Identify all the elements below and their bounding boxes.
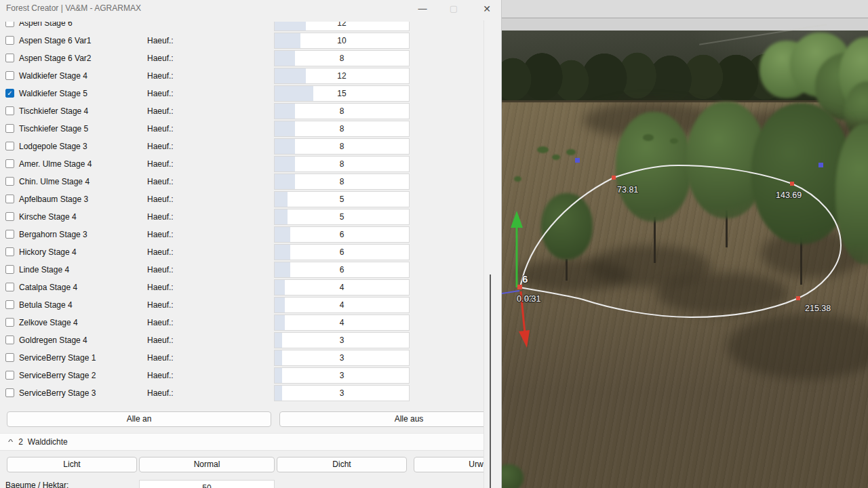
haeuf-value: 5: [275, 192, 409, 207]
trees-per-hectare-input[interactable]: 50: [139, 480, 275, 488]
species-checkbox[interactable]: [5, 36, 14, 45]
species-label: Lodgepole Stage 3: [19, 138, 87, 155]
species-checkbox[interactable]: [5, 300, 14, 309]
haeuf-label: Haeuf.:: [147, 138, 174, 155]
title-bar[interactable]: Forest Creator | VA&M - AGRARMAX — ▢ ✕: [0, 0, 501, 22]
species-checkbox[interactable]: [5, 318, 14, 327]
haeuf-value: 8: [275, 121, 409, 136]
species-checkbox[interactable]: [5, 265, 14, 274]
selection-circle[interactable]: [520, 165, 841, 317]
haeuf-input[interactable]: 15: [274, 85, 410, 102]
haeuf-value: 3: [275, 386, 409, 401]
minimize-button[interactable]: —: [411, 1, 434, 17]
haeuf-label: Haeuf.:: [147, 261, 174, 279]
species-row: ServiceBerry Stage 1Haeuf.:3: [0, 349, 484, 367]
haeuf-input[interactable]: 8: [274, 138, 410, 155]
density-dicht-button[interactable]: Dicht: [277, 457, 407, 472]
haeuf-value: 8: [275, 51, 409, 66]
marker-blue[interactable]: [818, 163, 823, 167]
trees-per-hectare-value: 50: [140, 481, 274, 488]
species-label: Kirsche Stage 4: [19, 208, 77, 226]
forest-creator-window: Aspen Stage 612Aspen Stage 6 Var1Haeuf.:…: [0, 0, 502, 488]
species-label: ServiceBerry Stage 3: [19, 384, 96, 402]
haeuf-input[interactable]: 10: [274, 33, 410, 49]
game-viewport[interactable]: 73.81 143.69 215.38 6 0.92 0.31: [502, 0, 868, 488]
density-licht-button[interactable]: Licht: [7, 457, 137, 472]
haeuf-input[interactable]: 5: [274, 209, 410, 225]
haeuf-input[interactable]: 3: [274, 385, 410, 401]
haeuf-label: Haeuf.:: [147, 208, 174, 226]
haeuf-input[interactable]: 12: [274, 68, 410, 84]
haeuf-value: 3: [275, 368, 409, 383]
density-urwald-button[interactable]: Urwald: [414, 457, 484, 472]
species-label: Tischkiefer Stage 5: [19, 120, 88, 138]
species-checkbox[interactable]: [5, 54, 14, 62]
control-point[interactable]: [790, 182, 794, 186]
haeuf-input[interactable]: 4: [274, 279, 410, 296]
gizmo-arrow-red-icon[interactable]: [519, 330, 530, 348]
haeuf-input[interactable]: 8: [274, 50, 410, 66]
haeuf-input[interactable]: 6: [274, 244, 410, 260]
haeuf-input[interactable]: 8: [274, 121, 410, 137]
species-checkbox[interactable]: [5, 371, 14, 380]
haeuf-input[interactable]: 3: [274, 367, 410, 384]
species-row: ✓Waldkiefer Stage 5Haeuf.:15: [0, 85, 484, 102]
species-checkbox[interactable]: [5, 353, 14, 362]
haeuf-input[interactable]: 6: [274, 226, 410, 243]
species-label: Goldregen Stage 4: [19, 331, 87, 349]
density-normal-button[interactable]: Normal: [139, 457, 275, 472]
haeuf-input[interactable]: 8: [274, 156, 410, 172]
window-title: Forest Creator | VA&M - AGRARMAX: [6, 3, 141, 13]
haeuf-input[interactable]: 3: [274, 350, 410, 366]
control-point[interactable]: [612, 176, 616, 180]
scrollbar-track[interactable]: [484, 20, 502, 488]
species-row: Amer. Ulme Stage 4Haeuf.:8: [0, 155, 484, 173]
marker-blue[interactable]: [575, 158, 580, 163]
haeuf-input[interactable]: 3: [274, 332, 410, 348]
species-checkbox[interactable]: [5, 159, 14, 168]
species-checkbox[interactable]: [5, 230, 14, 239]
section-walddichte[interactable]: ^2Walddichte: [0, 433, 484, 451]
species-checkbox[interactable]: [5, 106, 14, 115]
haeuf-input[interactable]: 8: [274, 174, 410, 190]
haeuf-input[interactable]: 8: [274, 103, 410, 119]
species-row: Apfelbaum Stage 3Haeuf.:5: [0, 190, 484, 208]
trees-per-hectare-label: Baeume / Hektar:: [5, 476, 68, 488]
species-label: ServiceBerry Stage 1: [19, 349, 96, 367]
selection-overlay[interactable]: 73.81 143.69 215.38 6 0.92 0.31: [502, 0, 868, 488]
close-button[interactable]: ✕: [475, 1, 498, 17]
haeuf-label: Haeuf.:: [147, 243, 174, 261]
species-checkbox[interactable]: [5, 195, 14, 203]
all-on-button[interactable]: Alle an: [7, 411, 271, 427]
haeuf-input[interactable]: 4: [274, 297, 410, 313]
all-off-button[interactable]: Alle aus: [279, 411, 484, 427]
species-checkbox[interactable]: [5, 283, 14, 291]
haeuf-label: Haeuf.:: [147, 49, 174, 67]
species-row: Bergahorn Stage 3Haeuf.:6: [0, 226, 484, 243]
species-checkbox[interactable]: [5, 212, 14, 221]
haeuf-label: Haeuf.:: [147, 349, 174, 367]
species-checkbox[interactable]: [5, 142, 14, 150]
maximize-button[interactable]: ▢: [442, 1, 465, 17]
species-label: Bergahorn Stage 3: [19, 226, 87, 243]
control-point[interactable]: [796, 296, 800, 300]
origin-control-point[interactable]: [517, 285, 522, 289]
gizmo-axis-blue[interactable]: [502, 291, 519, 293]
species-checkbox[interactable]: [5, 336, 14, 344]
species-row: Betula Stage 4Haeuf.:4: [0, 296, 484, 314]
species-row: Waldkiefer Stage 4Haeuf.:12: [0, 67, 484, 85]
scrollbar-thumb[interactable]: [490, 274, 491, 488]
species-checkbox[interactable]: [5, 71, 14, 80]
haeuf-input[interactable]: 6: [274, 262, 410, 278]
species-checkbox[interactable]: [5, 247, 14, 256]
species-label: Linde Stage 4: [19, 261, 69, 279]
gizmo-arrow-green-icon[interactable]: [511, 211, 523, 228]
species-checkbox[interactable]: [5, 124, 14, 133]
species-checkbox[interactable]: ✓: [5, 89, 14, 98]
haeuf-input[interactable]: 5: [274, 191, 410, 207]
species-label: Apfelbaum Stage 3: [19, 190, 88, 208]
species-checkbox[interactable]: [5, 388, 14, 397]
species-label: Tischkiefer Stage 4: [19, 102, 88, 120]
species-checkbox[interactable]: [5, 177, 14, 186]
haeuf-input[interactable]: 4: [274, 314, 410, 331]
